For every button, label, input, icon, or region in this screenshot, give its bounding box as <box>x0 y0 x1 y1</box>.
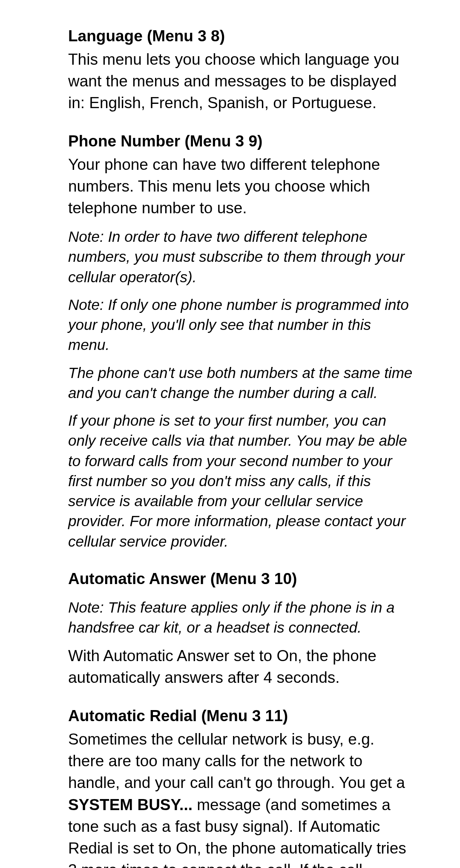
note-auto-answer: Note: This feature applies only if the p… <box>68 597 413 638</box>
note-phone-number-4: If your phone is set to your first numbe… <box>68 410 413 551</box>
body-auto-answer: With Automatic Answer set to On, the pho… <box>68 645 413 688</box>
heading-auto-redial: Automatic Redial (Menu 3 11) <box>68 705 413 727</box>
heading-auto-answer: Automatic Answer (Menu 3 10) <box>68 568 413 590</box>
note-phone-number-2: Note: If only one phone number is progra… <box>68 295 413 355</box>
redial-pre: Sometimes the cellular network is busy, … <box>68 730 405 791</box>
body-auto-redial: Sometimes the cellular network is busy, … <box>68 728 413 868</box>
heading-language: Language (Menu 3 8) <box>68 26 413 47</box>
note-phone-number-1: Note: In order to have two different tel… <box>68 226 413 287</box>
heading-phone-number: Phone Number (Menu 3 9) <box>68 131 413 152</box>
redial-bold: SYSTEM BUSY... <box>68 796 193 814</box>
manual-page: Language (Menu 3 8) This menu lets you c… <box>0 0 460 868</box>
body-phone-number: Your phone can have two different teleph… <box>68 154 413 219</box>
body-language: This menu lets you choose which language… <box>68 49 413 114</box>
note-phone-number-3: The phone can't use both numbers at the … <box>68 363 413 403</box>
